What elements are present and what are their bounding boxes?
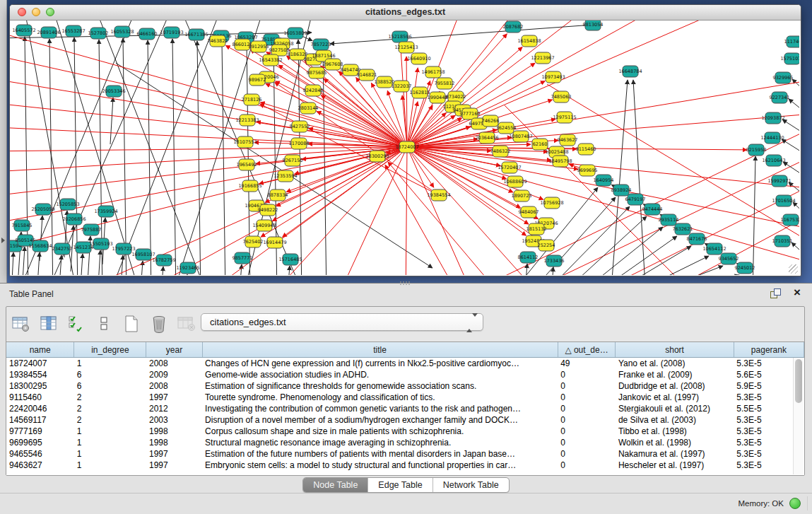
select-visible-columns-icon[interactable] [66,313,87,334]
graph-node-label: 1322037 [392,83,412,89]
table-cell: 2 [74,403,146,414]
table-cell: 6 [74,380,146,392]
graph-node-label: 1170084 [289,141,310,146]
table-cell: Wolkin et al. (1998) [616,437,734,448]
table-select-value: citations_edges.txt [210,317,286,327]
graph-node-label: 989672 [249,77,266,83]
background-edge [616,256,709,275]
table-row[interactable]: 2242004622012Investigating the contribut… [6,403,804,414]
delete-table-icon [176,313,197,334]
graph-node-label: 8878334 [268,192,288,198]
graph-node-label: 15409948 [252,223,276,228]
graph-node-label: 7485063 [551,94,572,100]
graph-node-label: 9115460 [576,146,596,152]
table-cell: 18300295 [6,380,74,392]
status-divider [807,496,808,510]
table-tabs-bar: Node TableEdge TableNetwork Table [0,477,812,493]
graph-node-label: 9245012 [735,265,755,271]
graph-node-label: 9345652 [719,256,739,262]
table-cell: 0 [558,437,616,448]
background-edge [148,40,151,275]
table-row[interactable]: 977716911998Corpus callosum shape and si… [6,426,804,437]
close-panel-icon[interactable]: × [794,286,801,300]
panel-collapse-icon[interactable] [1,238,5,243]
background-edge [388,162,505,275]
network-canvas[interactable]: 1640557220891406165532871527802160553286… [10,21,799,275]
table-cell: Changes of HCN gene expression and I(f) … [202,358,558,370]
table-cell: 22420046 [6,403,74,414]
table-cell: 1 [74,358,146,370]
column-header-pagerank[interactable]: pagerank [734,342,804,358]
graph-node-label: 7632621 [673,226,693,232]
table-row[interactable]: 946362711997Embryonic stem cells: a mode… [6,460,804,471]
table-panel-header: Table Panel × [0,284,812,305]
graph-node-label: 1733436 [544,258,565,264]
tab-network-table[interactable]: Network Table [433,478,509,492]
graph-node-label: 10973493 [541,74,565,80]
network-window-titlebar[interactable]: citations_edges.txt [10,5,801,21]
table-cell: 9463627 [6,460,74,471]
table-cell: Estimation of the future numbers of pati… [202,448,558,460]
column-header-title[interactable]: title [202,342,558,358]
graph-edge [406,57,407,144]
memory-status-icon[interactable] [789,498,801,509]
table-row[interactable]: 969969511998Structural magnetic resonanc… [6,437,804,448]
table-row[interactable]: 1456911722003Disruption of a novel membe… [6,414,804,426]
column-header-name[interactable]: name [6,342,74,358]
table-cell: 1 [74,426,146,437]
graph-node-label: 16405572 [12,28,35,33]
background-edge [37,252,40,275]
table-cell: Stergiakouli et al. (2012) [616,403,734,414]
table-cell: 1 [74,437,146,448]
graph-node-label: 8813054 [583,22,604,28]
table-mode-icon[interactable] [11,313,32,334]
table-scrollbar-thumb[interactable] [795,359,802,403]
background-edge [22,247,25,275]
graph-node-label: 1527802 [88,30,109,36]
column-header-in_degree[interactable]: in_degree [74,342,146,358]
table-row[interactable]: 911546021997Tourette syndrome. Phenomeno… [6,392,804,403]
table-scrollbar[interactable] [793,358,804,474]
show-columns-icon[interactable] [38,313,59,334]
tab-node-table[interactable]: Node Table [303,478,368,492]
tab-edge-table[interactable]: Edge Table [368,478,433,492]
resize-grip-icon[interactable] [789,264,798,274]
column-header-out_de[interactable]: △ out_de… [558,342,616,358]
table-select[interactable]: citations_edges.txt [201,313,483,331]
column-header-year[interactable]: year [146,342,202,358]
cytoscape-desktop: citations_edges.txt 16405572208914061655… [0,0,812,283]
table-row[interactable]: 1872400712008Changes of HCN gene express… [6,358,804,370]
table-row[interactable]: 1938455462009Genome-wide association stu… [6,369,804,380]
table-cell: 0 [558,426,616,437]
graph-node-label: 10654112 [702,246,726,252]
splitter-handle-icon[interactable] [399,281,411,285]
delete-column-icon[interactable] [148,313,170,334]
graph-node-label: 20053346 [102,88,125,94]
hub-ray-edge [407,21,731,147]
row-height-icon[interactable] [93,313,114,334]
graph-node-label: 2967608 [323,62,343,67]
float-panel-icon[interactable] [770,288,781,298]
hub-ray-edge [406,147,407,275]
graph-node-label: 1640954 [594,177,614,183]
table-row[interactable]: 1830029562008Estimation of significance … [6,380,804,392]
graph-node-label: 7857223 [311,42,331,47]
table-cell: Estimation of significance thresholds fo… [202,380,558,392]
graph-node-label: 1167533 [781,217,799,223]
graph-node-label: 7955812 [435,81,455,86]
create-column-icon[interactable] [121,313,142,334]
graph-node-label: 8267150 [283,158,303,163]
table-row[interactable]: 946554611997Estimation of the future num… [6,448,804,460]
graph-node-label: 16958107 [131,252,155,257]
network-window-title: citations_edges.txt [10,7,801,17]
graph-node-label: 12093872 [761,115,784,121]
graph-node-label: 16782759 [152,257,175,263]
network-graph[interactable]: 1640557220891406165532871527802160553286… [10,21,799,275]
graph-node-label: 1965492 [237,162,257,168]
table-cell: Disruption of a novel member of a sodium… [202,414,558,426]
column-header-short[interactable]: short [616,342,734,358]
left-panel-strip [0,0,7,283]
hub-ray-edge [407,147,799,268]
graph-node-label: 16154838 [517,38,541,44]
table-cell: Dudbridge et al. (2008) [616,380,734,392]
